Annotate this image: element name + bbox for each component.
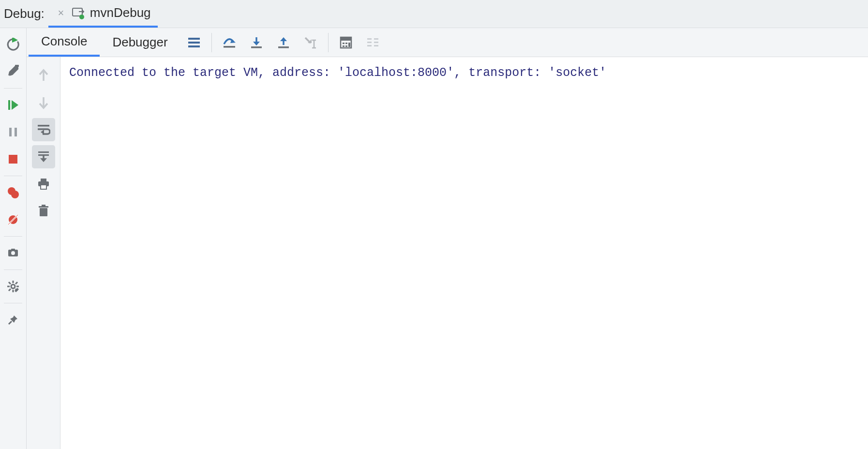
svg-rect-51 [38, 151, 49, 153]
svg-rect-54 [41, 179, 46, 181]
svg-rect-25 [188, 42, 200, 44]
svg-rect-13 [11, 249, 15, 251]
svg-rect-37 [343, 43, 344, 44]
svg-rect-31 [278, 46, 289, 48]
svg-rect-46 [374, 42, 378, 43]
run-config-icon [72, 6, 85, 20]
step-into-button[interactable] [246, 32, 267, 53]
run-to-cursor-button[interactable] [300, 32, 321, 53]
pause-button[interactable] [3, 122, 23, 142]
svg-rect-56 [41, 185, 46, 189]
previous-button[interactable] [32, 64, 55, 87]
console-tab[interactable]: Console [29, 28, 100, 57]
console-line: Connected to the target VM, address: 'lo… [69, 66, 606, 80]
close-tab-icon[interactable]: × [55, 7, 67, 19]
view-breakpoints-button[interactable] [3, 183, 23, 202]
svg-rect-45 [374, 38, 378, 40]
threads-view-button[interactable] [183, 32, 205, 53]
svg-rect-38 [345, 43, 347, 44]
pin-tab-button[interactable] [3, 310, 23, 329]
modify-run-config-button[interactable] [3, 62, 23, 81]
svg-rect-26 [188, 45, 200, 47]
tab-label: mvnDebug [90, 5, 151, 20]
svg-rect-24 [188, 38, 200, 40]
svg-rect-43 [367, 42, 372, 43]
svg-rect-57 [40, 208, 47, 216]
print-button[interactable] [32, 172, 55, 195]
svg-rect-27 [224, 46, 235, 48]
debug-left-toolbar [0, 28, 27, 449]
svg-rect-3 [9, 128, 12, 136]
stop-button[interactable] [3, 150, 23, 169]
soft-wrap-button[interactable] [32, 118, 55, 141]
svg-rect-2 [8, 100, 10, 110]
svg-rect-41 [348, 43, 350, 47]
debug-tab-mvndebug[interactable]: × mvnDebug [48, 0, 158, 28]
resume-button[interactable] [3, 95, 23, 115]
svg-rect-40 [345, 45, 347, 47]
console-output[interactable]: Connected to the target VM, address: 'lo… [60, 57, 868, 449]
svg-rect-39 [343, 45, 344, 47]
svg-point-12 [11, 251, 15, 255]
console-left-toolbar [27, 57, 60, 449]
svg-line-23 [9, 321, 12, 324]
debugger-tab[interactable]: Debugger [100, 28, 180, 57]
svg-point-7 [11, 191, 19, 198]
step-out-button[interactable] [273, 32, 294, 53]
svg-line-22 [9, 289, 11, 291]
trace-current-stream-button[interactable] [362, 32, 384, 53]
svg-point-14 [11, 284, 15, 288]
svg-rect-42 [367, 38, 372, 40]
svg-rect-36 [341, 37, 351, 41]
svg-line-21 [15, 282, 17, 284]
next-button[interactable] [32, 91, 55, 114]
svg-rect-44 [367, 45, 372, 46]
step-over-button[interactable] [219, 32, 240, 53]
svg-line-19 [9, 282, 11, 284]
svg-rect-50 [38, 125, 49, 127]
svg-rect-58 [39, 206, 48, 208]
clear-all-button[interactable] [32, 199, 55, 223]
thread-dump-button[interactable] [3, 243, 23, 263]
rerun-button[interactable] [3, 35, 23, 54]
evaluate-expression-button[interactable] [335, 32, 357, 53]
settings-button[interactable] [3, 277, 23, 296]
mute-breakpoints-button[interactable] [3, 210, 23, 229]
svg-rect-4 [15, 128, 17, 136]
panel-title: Debug: [4, 6, 48, 21]
debug-sub-toolbar: Console Debugger [27, 28, 868, 57]
svg-point-1 [79, 15, 84, 19]
svg-rect-5 [9, 155, 17, 164]
scroll-to-end-button[interactable] [32, 145, 55, 168]
debug-panel-header: Debug: × mvnDebug [0, 0, 868, 28]
svg-rect-47 [374, 45, 378, 46]
svg-rect-29 [251, 46, 262, 48]
svg-rect-59 [42, 205, 45, 206]
